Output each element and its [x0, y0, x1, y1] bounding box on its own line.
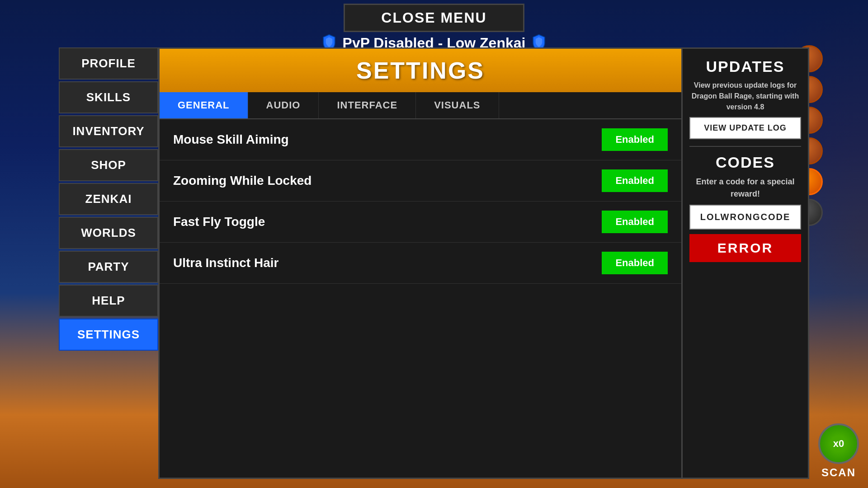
toggle-ultra-instinct[interactable]: Enabled [602, 252, 668, 274]
sidebar-item-zenkai[interactable]: ZENKAI [59, 183, 158, 215]
codes-section: CODES Enter a code for a special reward!… [689, 154, 801, 262]
close-menu-button[interactable]: CLOSE MENU [344, 4, 524, 32]
sidebar: PROFILE SKILLS INVENTORY SHOP ZENKAI WOR… [59, 47, 158, 479]
scan-area: x0 SCAN [818, 423, 859, 479]
setting-label-zooming: Zooming While Locked [173, 174, 311, 188]
sidebar-item-party[interactable]: PARTY [59, 251, 158, 283]
settings-title: SETTINGS [160, 49, 681, 92]
sidebar-item-skills[interactable]: SKILLS [59, 81, 158, 113]
tab-visuals[interactable]: VISUALS [416, 92, 499, 118]
settings-main-content: SETTINGS GENERAL AUDIO INTERFACE VISUALS… [158, 47, 683, 479]
error-button[interactable]: ERROR [689, 234, 801, 262]
view-update-log-button[interactable]: VIEW UPDATE LOG [689, 117, 801, 139]
setting-row-zooming: Zooming While Locked Enabled [160, 160, 681, 202]
menu-container: PROFILE SKILLS INVENTORY SHOP ZENKAI WOR… [59, 47, 809, 479]
toggle-fast-fly[interactable]: Enabled [602, 211, 668, 233]
sidebar-item-inventory[interactable]: INVENTORY [59, 115, 158, 147]
setting-row-fast-fly: Fast Fly Toggle Enabled [160, 202, 681, 243]
settings-list: Mouse Skill Aiming Enabled Zooming While… [160, 119, 681, 478]
toggle-mouse-skill[interactable]: Enabled [602, 128, 668, 151]
code-input-field[interactable]: LOLWRONGCODE [689, 205, 801, 230]
panel-divider [689, 146, 801, 147]
sidebar-item-shop[interactable]: SHOP [59, 149, 158, 181]
setting-label-ultra-instinct: Ultra Instinct Hair [173, 256, 278, 270]
setting-row-mouse-skill: Mouse Skill Aiming Enabled [160, 119, 681, 160]
updates-description: View previous update logs for Dragon Bal… [689, 80, 801, 113]
scan-button[interactable]: x0 [818, 423, 859, 464]
setting-label-fast-fly: Fast Fly Toggle [173, 215, 265, 229]
updates-title: UPDATES [706, 58, 785, 75]
right-panel: UPDATES View previous update logs for Dr… [683, 47, 809, 479]
top-bar: CLOSE MENU PvP Disabled - Low Zenkai [0, 0, 868, 52]
sidebar-item-settings[interactable]: SETTINGS [59, 319, 158, 351]
sidebar-item-profile[interactable]: PROFILE [59, 47, 158, 80]
tab-general[interactable]: GENERAL [160, 92, 248, 118]
codes-title: CODES [716, 154, 775, 171]
setting-label-mouse-skill: Mouse Skill Aiming [173, 132, 289, 147]
sidebar-item-help[interactable]: HELP [59, 285, 158, 317]
scan-multiplier: x0 [833, 438, 844, 450]
tab-audio[interactable]: AUDIO [248, 92, 319, 118]
scan-label: SCAN [821, 466, 856, 479]
settings-tabs: GENERAL AUDIO INTERFACE VISUALS [160, 92, 681, 119]
updates-section: UPDATES View previous update logs for Dr… [689, 58, 801, 139]
tab-interface[interactable]: INTERFACE [319, 92, 416, 118]
setting-row-ultra-instinct: Ultra Instinct Hair Enabled [160, 243, 681, 284]
toggle-zooming[interactable]: Enabled [602, 169, 668, 192]
codes-description: Enter a code for a special reward! [689, 176, 801, 200]
sidebar-item-worlds[interactable]: WORLDS [59, 217, 158, 249]
